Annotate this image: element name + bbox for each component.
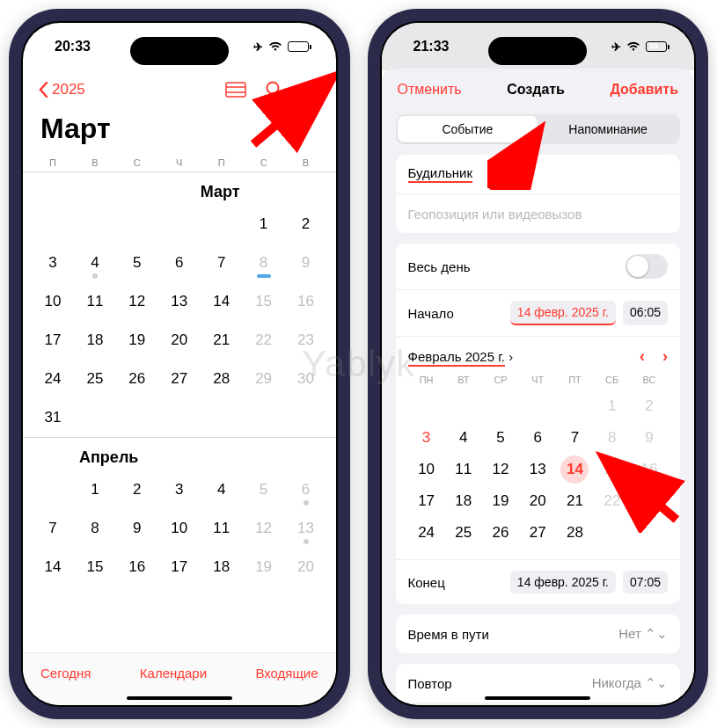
end-row[interactable]: Конец 14 февр. 2025 г. 07:05 xyxy=(396,559,681,604)
add-button[interactable]: Добавить xyxy=(611,82,679,98)
calendar-grid-april[interactable]: 123456 78910111213 14151617181920 xyxy=(23,470,336,586)
prev-month-button[interactable]: ‹ xyxy=(640,347,645,366)
type-segmented-control[interactable]: Событие Напоминание xyxy=(396,114,681,144)
next-month-button[interactable]: › xyxy=(662,347,668,366)
add-icon[interactable] xyxy=(303,81,320,98)
status-time: 21:33 xyxy=(413,39,450,55)
airplane-icon: ✈︎ xyxy=(611,40,621,54)
end-time-chip[interactable]: 07:05 xyxy=(623,571,668,593)
allday-toggle[interactable] xyxy=(626,254,668,279)
tab-event[interactable]: Событие xyxy=(398,116,538,142)
search-icon[interactable] xyxy=(266,81,283,98)
event-title-field[interactable]: Будильник xyxy=(396,155,681,194)
battery-icon: 62 xyxy=(288,41,311,52)
calendar-grid[interactable]: 12 3456789 10111213141516 17181920212223… xyxy=(23,205,336,437)
chevron-left-icon xyxy=(39,82,48,98)
today-button[interactable]: Сегодня xyxy=(40,666,91,681)
tab-reminder[interactable]: Напоминание xyxy=(538,116,678,142)
inbox-button[interactable]: Входящие xyxy=(255,666,318,681)
start-row[interactable]: Начало 14 февр. 2025 г. 06:05 xyxy=(396,290,681,337)
cancel-button[interactable]: Отменить xyxy=(398,82,462,98)
home-indicator[interactable] xyxy=(485,696,590,700)
picker-month-label[interactable]: Февраль 2025 г. xyxy=(408,349,505,367)
chevron-updown-icon: ⌃⌄ xyxy=(645,675,668,690)
home-indicator[interactable] xyxy=(127,696,232,700)
back-button[interactable]: 2025 xyxy=(39,81,85,98)
allday-row: Весь день xyxy=(396,244,681,290)
chevron-right-icon: › xyxy=(508,349,513,364)
picker-weekday-header: ПНВТСРЧТПТСБВС xyxy=(408,375,669,385)
list-icon[interactable] xyxy=(225,82,246,98)
travel-time-row[interactable]: Время в пути Нет ⌃⌄ xyxy=(396,615,681,653)
weekday-header: ПВСЧПСВ xyxy=(23,154,336,171)
wifi-icon xyxy=(626,41,640,52)
sheet-title: Создать xyxy=(507,82,565,98)
start-time-chip[interactable]: 06:05 xyxy=(623,301,668,325)
svg-line-4 xyxy=(277,92,282,97)
airplane-icon: ✈︎ xyxy=(253,40,263,54)
chevron-updown-icon: ⌃⌄ xyxy=(645,626,668,641)
month-label-march: Март xyxy=(201,178,327,205)
start-date-chip[interactable]: 14 февр. 2025 г. xyxy=(510,301,616,325)
calendars-button[interactable]: Календари xyxy=(140,666,207,681)
wifi-icon xyxy=(268,41,282,52)
month-title: Март xyxy=(23,109,336,154)
selected-day[interactable]: 14 xyxy=(556,454,593,485)
date-picker[interactable]: Февраль 2025 г. › ‹ › ПНВТСРЧТПТСБВС 12 … xyxy=(396,337,681,559)
picker-grid[interactable]: 12 3456789 10111213141516 17181920212223… xyxy=(408,390,669,549)
battery-icon: 59 xyxy=(646,41,669,52)
location-field[interactable]: Геопозиция или видеовызов xyxy=(396,194,681,233)
back-year: 2025 xyxy=(52,81,85,98)
svg-rect-0 xyxy=(226,83,245,97)
end-date-chip[interactable]: 14 февр. 2025 г. xyxy=(510,571,616,593)
status-time: 20:33 xyxy=(55,39,91,55)
month-label-april: Апрель xyxy=(23,443,336,470)
